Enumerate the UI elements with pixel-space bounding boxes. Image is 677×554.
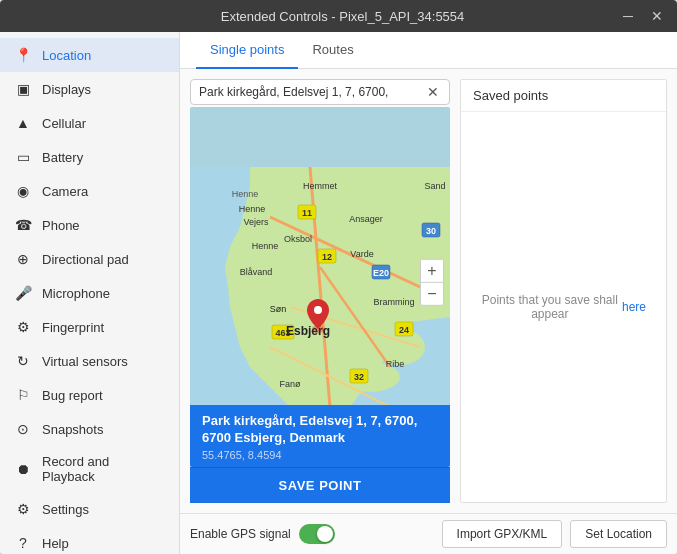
location-coordinates: 55.4765, 8.4594	[202, 449, 438, 461]
sidebar-label-snapshots: Snapshots	[42, 422, 103, 437]
record-playback-icon: ⏺	[14, 460, 32, 478]
sidebar-label-location: Location	[42, 48, 91, 63]
svg-text:Henne: Henne	[239, 204, 266, 214]
location-name: Park kirkegård, Edelsvej 1, 7, 6700, 670…	[202, 413, 438, 447]
sidebar-item-microphone[interactable]: 🎤Microphone	[0, 276, 179, 310]
sidebar-label-bug-report: Bug report	[42, 388, 103, 403]
set-location-button[interactable]: Set Location	[570, 520, 667, 548]
snapshots-icon: ⊙	[14, 420, 32, 438]
sidebar-item-displays[interactable]: ▣Displays	[0, 72, 179, 106]
sidebar-item-camera[interactable]: ◉Camera	[0, 174, 179, 208]
map-location-overlay: Park kirkegård, Edelsvej 1, 7, 6700, 670…	[190, 405, 450, 467]
sidebar-item-settings[interactable]: ⚙Settings	[0, 492, 179, 526]
title-bar: Extended Controls - Pixel_5_API_34:5554 …	[0, 0, 677, 32]
gps-label: Enable GPS signal	[190, 527, 291, 541]
location-icon: 📍	[14, 46, 32, 64]
sidebar-item-location[interactable]: 📍Location	[0, 38, 179, 72]
saved-empty-text: Points that you save shall appear	[481, 293, 619, 321]
svg-text:Esbjerg: Esbjerg	[286, 324, 330, 338]
svg-point-39	[314, 306, 322, 314]
map-search-bar: Park kirkegård, Edelsvej 1, 7, 6700, ✕	[190, 79, 450, 105]
sidebar-item-fingerprint[interactable]: ⚙Fingerprint	[0, 310, 179, 344]
main-content: Single points Routes Park kirkegård, Ede…	[180, 32, 677, 554]
sidebar-label-fingerprint: Fingerprint	[42, 320, 104, 335]
phone-icon: ☎	[14, 216, 32, 234]
bottom-right-buttons: Import GPX/KML Set Location	[442, 520, 667, 548]
svg-text:E20: E20	[373, 268, 389, 278]
settings-icon: ⚙	[14, 500, 32, 518]
sidebar-label-record-playback: Record and Playback	[42, 454, 165, 484]
saved-points-title: Saved points	[461, 80, 666, 112]
sidebar-label-cellular: Cellular	[42, 116, 86, 131]
bug-report-icon: ⚐	[14, 386, 32, 404]
gps-toggle[interactable]	[299, 524, 335, 544]
sidebar-item-directional-pad[interactable]: ⊕Directional pad	[0, 242, 179, 276]
svg-text:Hemmet: Hemmet	[303, 181, 338, 191]
svg-text:Fanø: Fanø	[279, 379, 301, 389]
body: 📍Location▣Displays▲Cellular▭Battery◉Came…	[0, 32, 677, 554]
zoom-out-button[interactable]: −	[421, 283, 443, 305]
svg-text:Varde: Varde	[350, 249, 373, 259]
sidebar-label-battery: Battery	[42, 150, 83, 165]
sidebar-item-snapshots[interactable]: ⊙Snapshots	[0, 412, 179, 446]
virtual-sensors-icon: ↻	[14, 352, 32, 370]
directional-pad-icon: ⊕	[14, 250, 32, 268]
sidebar-item-bug-report[interactable]: ⚐Bug report	[0, 378, 179, 412]
saved-empty-link[interactable]: here	[622, 300, 646, 314]
window-title: Extended Controls - Pixel_5_API_34:5554	[68, 9, 617, 24]
svg-text:Sand: Sand	[424, 181, 445, 191]
map-zoom-controls: + −	[420, 259, 444, 306]
tabs: Single points Routes	[180, 32, 677, 69]
main-window: Extended Controls - Pixel_5_API_34:5554 …	[0, 0, 677, 554]
sidebar-item-help[interactable]: ?Help	[0, 526, 179, 554]
svg-text:12: 12	[322, 252, 332, 262]
tab-routes[interactable]: Routes	[298, 32, 367, 69]
tab-single-points[interactable]: Single points	[196, 32, 298, 69]
sidebar-item-battery[interactable]: ▭Battery	[0, 140, 179, 174]
svg-text:11: 11	[302, 208, 312, 218]
sidebar-label-directional-pad: Directional pad	[42, 252, 129, 267]
battery-icon: ▭	[14, 148, 32, 166]
saved-points-empty: Points that you save shall appear here	[461, 112, 666, 502]
svg-text:Henne: Henne	[252, 241, 279, 251]
sidebar-item-record-playback[interactable]: ⏺Record and Playback	[0, 446, 179, 492]
minimize-button[interactable]: ─	[617, 6, 639, 26]
sidebar-item-phone[interactable]: ☎Phone	[0, 208, 179, 242]
saved-points-panel: Saved points Points that you save shall …	[460, 79, 667, 503]
sidebar-label-displays: Displays	[42, 82, 91, 97]
sidebar-label-phone: Phone	[42, 218, 80, 233]
svg-text:Blåvand: Blåvand	[240, 267, 273, 277]
svg-text:Bramming: Bramming	[373, 297, 414, 307]
sidebar: 📍Location▣Displays▲Cellular▭Battery◉Came…	[0, 32, 180, 554]
search-text: Park kirkegård, Edelsvej 1, 7, 6700,	[199, 85, 425, 99]
svg-text:Ansager: Ansager	[349, 214, 383, 224]
map-container[interactable]: 12 11 E20 32 463 24 30	[190, 107, 450, 467]
microphone-icon: 🎤	[14, 284, 32, 302]
save-point-button[interactable]: SAVE POINT	[190, 467, 450, 503]
help-icon: ?	[14, 534, 32, 552]
svg-text:24: 24	[399, 325, 409, 335]
close-button[interactable]: ✕	[645, 6, 669, 26]
sidebar-item-virtual-sensors[interactable]: ↻Virtual sensors	[0, 344, 179, 378]
bottom-bar: Enable GPS signal Import GPX/KML Set Loc…	[180, 513, 677, 554]
svg-text:32: 32	[354, 372, 364, 382]
camera-icon: ◉	[14, 182, 32, 200]
cellular-icon: ▲	[14, 114, 32, 132]
sidebar-label-virtual-sensors: Virtual sensors	[42, 354, 128, 369]
sidebar-label-help: Help	[42, 536, 69, 551]
toggle-knob	[317, 526, 333, 542]
sidebar-label-camera: Camera	[42, 184, 88, 199]
svg-text:Oksbol: Oksbol	[284, 234, 312, 244]
search-close-button[interactable]: ✕	[425, 84, 441, 100]
displays-icon: ▣	[14, 80, 32, 98]
svg-text:Henne: Henne	[232, 189, 259, 199]
sidebar-label-microphone: Microphone	[42, 286, 110, 301]
import-gpx-kml-button[interactable]: Import GPX/KML	[442, 520, 563, 548]
content-area: Park kirkegård, Edelsvej 1, 7, 6700, ✕	[180, 69, 677, 513]
sidebar-item-cellular[interactable]: ▲Cellular	[0, 106, 179, 140]
sidebar-label-settings: Settings	[42, 502, 89, 517]
svg-text:Søn: Søn	[270, 304, 287, 314]
map-panel: Park kirkegård, Edelsvej 1, 7, 6700, ✕	[190, 79, 450, 503]
svg-text:Ribe: Ribe	[386, 359, 405, 369]
zoom-in-button[interactable]: +	[421, 260, 443, 282]
